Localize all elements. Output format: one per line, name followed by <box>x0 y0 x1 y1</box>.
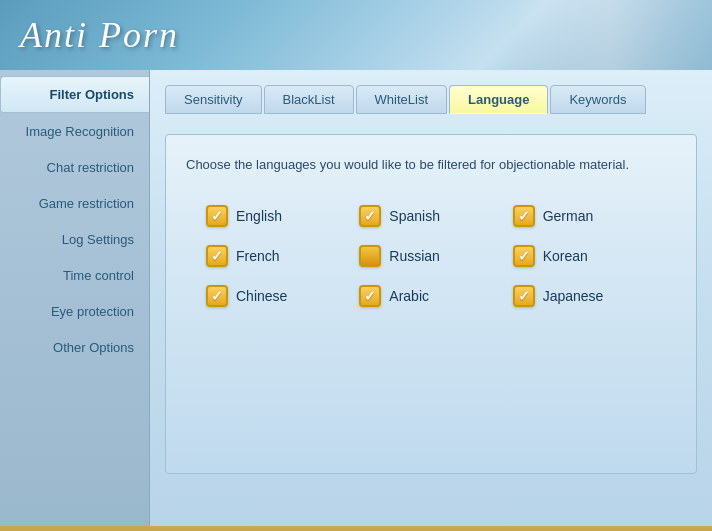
korean-label: Korean <box>543 248 588 264</box>
list-item: Japanese <box>513 285 656 307</box>
tab-whitelist[interactable]: WhiteList <box>356 85 447 114</box>
arabic-checkbox[interactable] <box>359 285 381 307</box>
sidebar-item-time-control[interactable]: Time control <box>0 258 149 293</box>
tab-language-content: Choose the languages you would like to b… <box>165 134 697 474</box>
french-label: French <box>236 248 280 264</box>
english-label: English <box>236 208 282 224</box>
sidebar-item-other-options[interactable]: Other Options <box>0 330 149 365</box>
english-checkbox[interactable] <box>206 205 228 227</box>
list-item: Spanish <box>359 205 502 227</box>
chinese-checkbox[interactable] <box>206 285 228 307</box>
korean-checkbox[interactable] <box>513 245 535 267</box>
list-item: Korean <box>513 245 656 267</box>
german-label: German <box>543 208 594 224</box>
language-description: Choose the languages you would like to b… <box>186 155 676 175</box>
french-checkbox[interactable] <box>206 245 228 267</box>
japanese-label: Japanese <box>543 288 604 304</box>
app-header: Anti Porn <box>0 0 712 70</box>
sidebar-item-filter-options[interactable]: Filter Options <box>0 76 149 113</box>
german-checkbox[interactable] <box>513 205 535 227</box>
russian-checkbox[interactable] <box>359 245 381 267</box>
list-item: Russian <box>359 245 502 267</box>
app-title: Anti Porn <box>20 14 179 56</box>
list-item: Arabic <box>359 285 502 307</box>
sidebar: Filter Options Image Recognition Chat re… <box>0 70 150 526</box>
sidebar-item-log-settings[interactable]: Log Settings <box>0 222 149 257</box>
tabs-bar: Sensitivity BlackList WhiteList Language… <box>165 85 697 114</box>
sidebar-item-eye-protection[interactable]: Eye protection <box>0 294 149 329</box>
russian-label: Russian <box>389 248 440 264</box>
chinese-label: Chinese <box>236 288 287 304</box>
tab-blacklist[interactable]: BlackList <box>264 85 354 114</box>
japanese-checkbox[interactable] <box>513 285 535 307</box>
main-area: Filter Options Image Recognition Chat re… <box>0 70 712 526</box>
tab-language[interactable]: Language <box>449 85 548 114</box>
spanish-checkbox[interactable] <box>359 205 381 227</box>
sidebar-item-chat-restriction[interactable]: Chat restriction <box>0 150 149 185</box>
list-item: English <box>206 205 349 227</box>
tab-sensitivity[interactable]: Sensitivity <box>165 85 262 114</box>
list-item: German <box>513 205 656 227</box>
list-item: Chinese <box>206 285 349 307</box>
sidebar-item-image-recognition[interactable]: Image Recognition <box>0 114 149 149</box>
arabic-label: Arabic <box>389 288 429 304</box>
list-item: French <box>206 245 349 267</box>
content-area: Sensitivity BlackList WhiteList Language… <box>150 70 712 526</box>
footer: ⌂ http://anti-porn.tueagles.com ✔ OK ✖ C… <box>0 526 712 531</box>
tab-keywords[interactable]: Keywords <box>550 85 645 114</box>
sidebar-item-game-restriction[interactable]: Game restriction <box>0 186 149 221</box>
spanish-label: Spanish <box>389 208 440 224</box>
language-grid: English Spanish German French <box>186 205 676 307</box>
